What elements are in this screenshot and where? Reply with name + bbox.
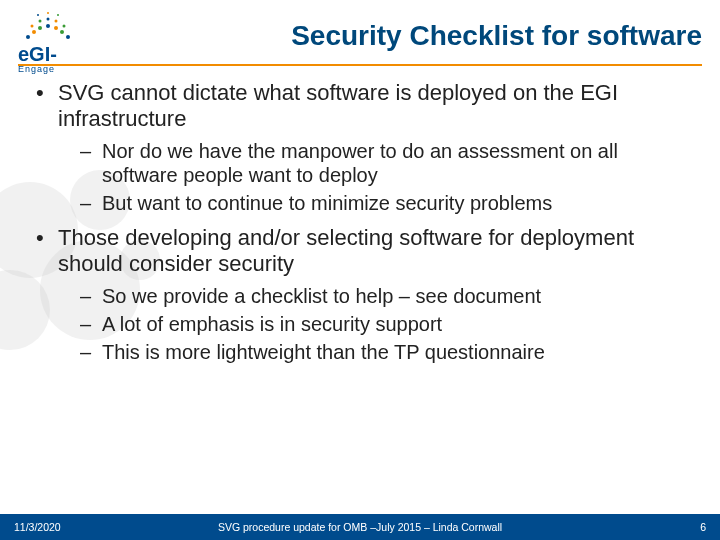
brand-dash-icon: - (50, 43, 57, 65)
svg-point-13 (39, 20, 42, 23)
svg-point-12 (31, 25, 34, 28)
title-underline (18, 64, 702, 66)
svg-point-5 (26, 35, 30, 39)
bullet-text: SVG cannot dictate what software is depl… (58, 80, 618, 131)
svg-point-16 (63, 25, 66, 28)
bullet-text: Those developing and/or selecting softwa… (58, 225, 634, 276)
brand-name: eGI- (18, 44, 108, 64)
page-title: Security Checklist for software (180, 20, 702, 52)
bullet-list: SVG cannot dictate what software is depl… (32, 80, 692, 364)
svg-point-18 (47, 12, 49, 14)
list-item: This is more lightweight than the TP que… (74, 340, 692, 364)
brand-logo: eGI- Engage (18, 12, 108, 64)
svg-point-6 (32, 30, 36, 34)
slide: eGI- Engage Security Checklist for softw… (0, 0, 720, 540)
list-item: But want to continue to minimize securit… (74, 191, 692, 215)
svg-point-8 (46, 24, 50, 28)
svg-point-11 (66, 35, 70, 39)
bullet-text: A lot of emphasis is in security support (102, 313, 442, 335)
footer-center-text: SVG procedure update for OMB –July 2015 … (0, 521, 720, 533)
svg-point-19 (57, 14, 59, 16)
bullet-sublist: So we provide a checklist to help – see … (58, 284, 692, 364)
svg-point-14 (47, 18, 50, 21)
slide-footer: 11/3/2020 SVG procedure update for OMB –… (0, 514, 720, 540)
logo-burst-icon (18, 12, 78, 42)
footer-date: 11/3/2020 (14, 521, 61, 533)
bullet-sublist: Nor do we have the manpower to do an ass… (58, 139, 692, 215)
bullet-text: But want to continue to minimize securit… (102, 192, 552, 214)
svg-point-15 (55, 20, 58, 23)
footer-page-number: 6 (700, 521, 706, 533)
svg-point-7 (38, 26, 42, 30)
list-item: So we provide a checklist to help – see … (74, 284, 692, 308)
list-item: Nor do we have the manpower to do an ass… (74, 139, 692, 187)
svg-point-9 (54, 26, 58, 30)
bullet-text: So we provide a checklist to help – see … (102, 285, 541, 307)
bullet-text: This is more lightweight than the TP que… (102, 341, 545, 363)
svg-point-17 (37, 14, 39, 16)
brand-name-text: eGI (18, 43, 50, 65)
bullet-text: Nor do we have the manpower to do an ass… (102, 140, 618, 186)
list-item: A lot of emphasis is in security support (74, 312, 692, 336)
svg-point-10 (60, 30, 64, 34)
list-item: Those developing and/or selecting softwa… (32, 225, 692, 364)
slide-body: SVG cannot dictate what software is depl… (32, 80, 692, 374)
list-item: SVG cannot dictate what software is depl… (32, 80, 692, 215)
